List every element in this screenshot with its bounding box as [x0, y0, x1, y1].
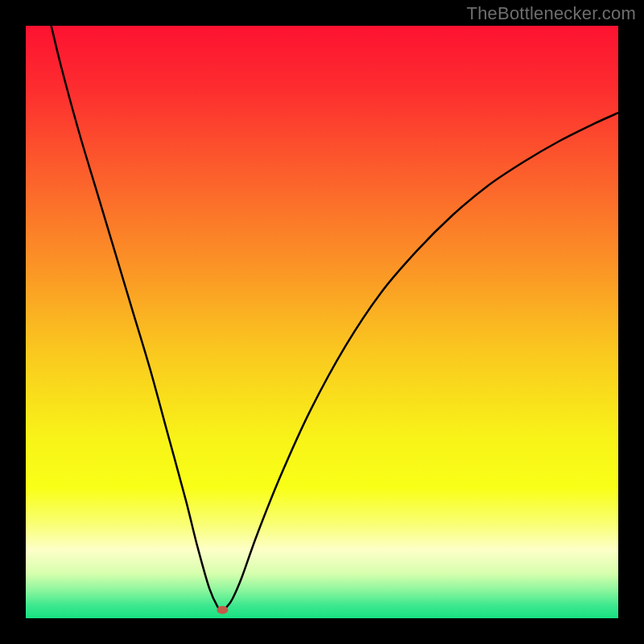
chart-plot-area — [26, 26, 618, 618]
watermark-text: TheBottlenecker.com — [467, 3, 636, 24]
optimal-point-marker — [217, 606, 228, 614]
chart-background — [26, 26, 618, 618]
chart-frame: TheBottlenecker.com — [0, 0, 644, 644]
chart-svg — [26, 26, 618, 618]
